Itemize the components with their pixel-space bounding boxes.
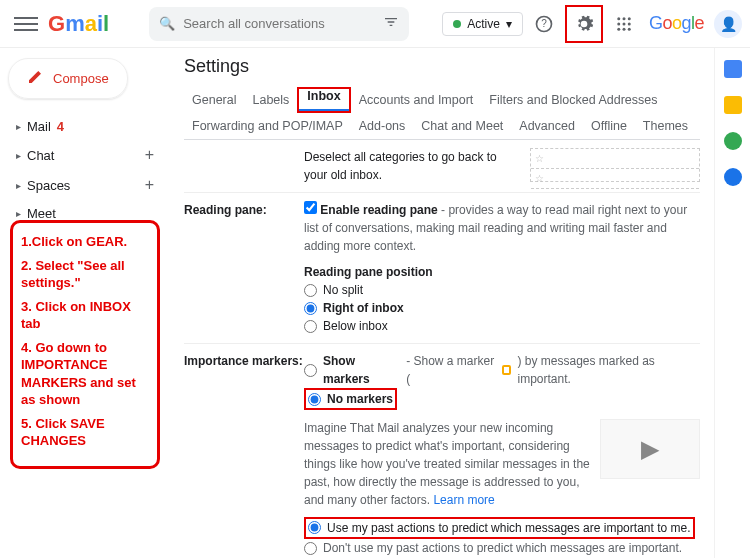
plus-icon[interactable]: + [145, 176, 154, 194]
keep-icon[interactable] [724, 96, 742, 114]
section-reading-pane: Reading pane: Enable reading pane - prov… [184, 193, 700, 344]
learn-more-link[interactable]: Learn more [433, 493, 494, 507]
gear-icon[interactable] [569, 9, 599, 39]
tab-inbox[interactable]: Inbox [299, 83, 348, 111]
caret-icon: ▸ [16, 208, 21, 219]
radio-right-of-inbox[interactable]: Right of inbox [304, 299, 700, 317]
main-content: Settings General Labels Inbox Accounts a… [170, 48, 714, 558]
apps-icon[interactable] [609, 9, 639, 39]
section-importance-markers: Importance markers: Show markers - Show … [184, 344, 700, 558]
caret-icon: ▸ [16, 150, 21, 161]
settings-tabs: General Labels Inbox Accounts and Import… [184, 87, 700, 140]
annotation-use-past-highlight: Use my past actions to predict which mes… [304, 517, 695, 539]
tab-filters[interactable]: Filters and Blocked Addresses [481, 87, 665, 113]
caret-icon: ▸ [16, 121, 21, 132]
radio-below-inbox[interactable]: Below inbox [304, 317, 700, 335]
svg-point-6 [622, 22, 625, 25]
radio-no-split[interactable]: No split [304, 281, 700, 299]
svg-point-10 [628, 27, 631, 30]
page-title: Settings [184, 56, 700, 77]
radio-use-past-actions[interactable]: Use my past actions to predict which mes… [308, 519, 691, 537]
radio-show-markers[interactable]: Show markers - Show a marker () by messa… [304, 352, 700, 388]
sidebar-item-chat[interactable]: ▸ Chat + [8, 140, 162, 170]
svg-point-8 [617, 27, 620, 30]
tab-advanced[interactable]: Advanced [511, 113, 583, 139]
search-input[interactable] [183, 16, 375, 31]
menu-icon[interactable] [14, 12, 38, 36]
chevron-down-icon: ▾ [506, 17, 512, 31]
tab-general[interactable]: General [184, 87, 244, 113]
calendar-icon[interactable] [724, 60, 742, 78]
annotation-gear-highlight [565, 5, 603, 43]
tab-forwarding[interactable]: Forwarding and POP/IMAP [184, 113, 351, 139]
annotation-instructions: 1.Click on GEAR. 2. Select "See all sett… [10, 220, 160, 469]
side-panel [714, 48, 750, 558]
sidebar-item-mail[interactable]: ▸ Mail 4 [8, 113, 162, 140]
reading-pane-position-label: Reading pane position [304, 265, 433, 279]
compose-label: Compose [53, 71, 109, 86]
tab-accounts[interactable]: Accounts and Import [351, 87, 482, 113]
search-bar[interactable]: 🔍 [149, 7, 409, 41]
svg-point-9 [622, 27, 625, 30]
annotation-no-markers-highlight: No markers [304, 388, 397, 410]
compose-button[interactable]: Compose [8, 58, 128, 99]
gmail-logo[interactable]: Gmail [48, 11, 109, 37]
tab-labels[interactable]: Labels [244, 87, 297, 113]
search-icon: 🔍 [159, 16, 175, 31]
mail-count: 4 [57, 119, 64, 134]
help-icon[interactable]: ? [529, 9, 559, 39]
plus-icon[interactable]: + [145, 146, 154, 164]
enable-reading-pane-checkbox[interactable]: Enable reading pane - provides a way to … [304, 203, 687, 253]
svg-point-4 [628, 17, 631, 20]
filter-icon[interactable] [383, 14, 399, 33]
pencil-icon [27, 69, 43, 88]
status-label: Active [467, 17, 500, 31]
header: Gmail 🔍 Active ▾ ? Google 👤 [0, 0, 750, 48]
importance-marker-icon [502, 365, 512, 375]
annotation-inbox-highlight: Inbox [297, 87, 350, 113]
avatar[interactable]: 👤 [714, 10, 742, 38]
svg-point-3 [622, 17, 625, 20]
svg-point-5 [617, 22, 620, 25]
category-dropzone: ☆☆ [530, 148, 700, 182]
categories-hint: Deselect all categories to go back to yo… [304, 150, 497, 182]
status-chip[interactable]: Active ▾ [442, 12, 523, 36]
svg-point-2 [617, 17, 620, 20]
importance-illustration: ▶ [600, 419, 700, 479]
svg-point-7 [628, 22, 631, 25]
tab-offline[interactable]: Offline [583, 113, 635, 139]
tab-chatmeet[interactable]: Chat and Meet [413, 113, 511, 139]
tasks-icon[interactable] [724, 132, 742, 150]
caret-icon: ▸ [16, 180, 21, 191]
contacts-icon[interactable] [724, 168, 742, 186]
google-logo[interactable]: Google [649, 13, 704, 34]
radio-dont-use-past[interactable]: Don't use my past actions to predict whi… [304, 539, 700, 557]
tab-themes[interactable]: Themes [635, 113, 696, 139]
sidebar-item-spaces[interactable]: ▸ Spaces + [8, 170, 162, 200]
tab-addons[interactable]: Add-ons [351, 113, 414, 139]
status-dot-icon [453, 20, 461, 28]
radio-no-markers[interactable]: No markers [308, 390, 393, 408]
svg-text:?: ? [541, 18, 547, 29]
